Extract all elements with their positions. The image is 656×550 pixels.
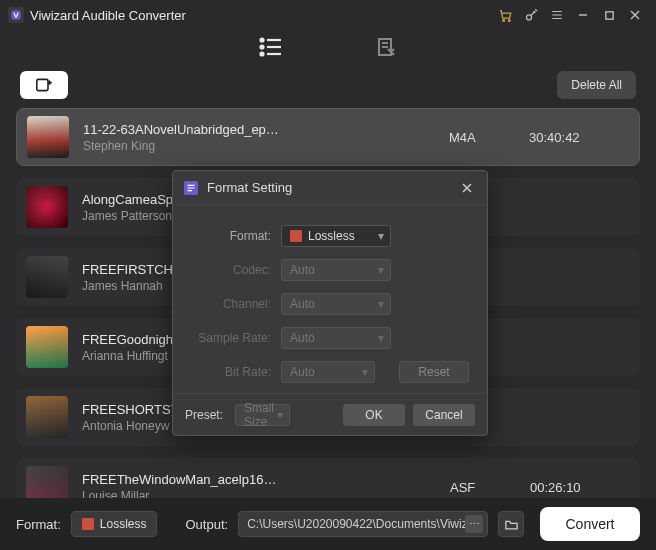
dialog-samplerate-label: Sample Rate: — [191, 331, 281, 345]
add-button[interactable] — [20, 71, 68, 99]
close-icon[interactable] — [622, 2, 648, 28]
menu-icon[interactable] — [544, 2, 570, 28]
svg-point-6 — [261, 45, 264, 48]
chevron-down-icon: ▾ — [378, 297, 384, 311]
dialog-icon — [183, 180, 199, 196]
cover-art — [27, 116, 69, 158]
cover-art — [26, 256, 68, 298]
svg-rect-4 — [605, 11, 612, 18]
list-view-icon[interactable] — [258, 36, 284, 61]
format-label: Format: — [16, 517, 61, 532]
dialog-footer: Preset: Small Size ▾ OK Cancel — [173, 393, 487, 435]
output-label: Output: — [185, 517, 228, 532]
maximize-icon[interactable] — [596, 2, 622, 28]
svg-point-2 — [508, 19, 510, 21]
dialog-close-icon[interactable] — [457, 178, 477, 198]
app-icon — [8, 7, 24, 23]
track-duration: 00:26:10 — [530, 480, 630, 495]
dialog-reset-button[interactable]: Reset — [399, 361, 469, 383]
dialog-cancel-button[interactable]: Cancel — [413, 404, 475, 426]
dialog-codec-label: Codec: — [191, 263, 281, 277]
chevron-down-icon: ▾ — [378, 229, 384, 243]
dialog-titlebar: Format Setting — [173, 171, 487, 205]
chevron-down-icon: ▾ — [378, 331, 384, 345]
dialog-bitrate-select: Auto ▾ — [281, 361, 375, 383]
dialog-samplerate-select: Auto ▾ — [281, 327, 391, 349]
dialog-format-label: Format: — [191, 229, 281, 243]
chevron-down-icon: ▾ — [277, 408, 283, 422]
view-mode-bar — [0, 30, 656, 66]
dialog-title: Format Setting — [207, 180, 292, 195]
cover-art — [26, 396, 68, 438]
svg-rect-9 — [82, 518, 94, 530]
dialog-row-sample-rate: Sample Rate: Auto ▾ — [191, 321, 469, 355]
edit-view-icon[interactable] — [374, 35, 398, 62]
dialog-channel-label: Channel: — [191, 297, 281, 311]
open-folder-button[interactable] — [498, 511, 524, 537]
svg-rect-8 — [37, 79, 48, 90]
track-duration: 30:40:42 — [529, 130, 629, 145]
format-setting-dialog: Format Setting Format: Lossless ▾ Codec:… — [172, 170, 488, 436]
convert-button[interactable]: Convert — [540, 507, 640, 541]
dialog-channel-select: Auto ▾ — [281, 293, 391, 315]
chevron-down-icon: ▾ — [362, 365, 368, 379]
chevron-down-icon: ▾ — [378, 263, 384, 277]
svg-point-1 — [502, 19, 504, 21]
track-format: M4A — [449, 130, 529, 145]
track-format: ASF — [450, 480, 530, 495]
cart-icon[interactable] — [492, 2, 518, 28]
format-color-icon — [290, 230, 302, 242]
dialog-row-format: Format: Lossless ▾ — [191, 219, 469, 253]
track-title: 11-22-63ANovelUnabridged_ep6_l2U... — [83, 122, 283, 137]
app-title: Viwizard Audible Converter — [30, 8, 186, 23]
output-path-field[interactable]: C:\Users\U2020090422\Documents\Viwiza ⋯ — [238, 511, 488, 537]
dialog-row-codec: Codec: Auto ▾ — [191, 253, 469, 287]
dialog-format-select[interactable]: Lossless ▾ — [281, 225, 391, 247]
key-icon[interactable] — [518, 2, 544, 28]
minimize-icon[interactable] — [570, 2, 596, 28]
dialog-bitrate-label: Bit Rate: — [191, 365, 281, 379]
cover-art — [26, 186, 68, 228]
titlebar: Viwizard Audible Converter — [0, 0, 656, 30]
bottom-bar: Format: Lossless Output: C:\Users\U20200… — [0, 498, 656, 550]
svg-point-7 — [261, 52, 264, 55]
format-selector[interactable]: Lossless — [71, 511, 158, 537]
svg-point-3 — [526, 14, 531, 19]
track-author: Stephen King — [83, 139, 449, 153]
dialog-ok-button[interactable]: OK — [343, 404, 405, 426]
svg-point-5 — [261, 38, 264, 41]
track-row[interactable]: 11-22-63ANovelUnabridged_ep6_l2U...Steph… — [16, 108, 640, 166]
cover-art — [26, 326, 68, 368]
output-path-text: C:\Users\U2020090422\Documents\Viwiza — [247, 517, 474, 531]
format-value: Lossless — [100, 517, 147, 531]
delete-all-button[interactable]: Delete All — [557, 71, 636, 99]
dialog-row-bitrate: Bit Rate: Auto ▾ Reset — [191, 355, 469, 389]
dialog-preset-select: Small Size ▾ — [235, 404, 290, 426]
output-path-more-icon[interactable]: ⋯ — [465, 515, 483, 533]
action-row: Delete All — [0, 66, 656, 104]
track-title: FREETheWindowMan_acelp16_Li3rr... — [82, 472, 282, 487]
dialog-preset-label: Preset: — [185, 408, 223, 422]
dialog-row-channel: Channel: Auto ▾ — [191, 287, 469, 321]
format-chip-icon — [82, 518, 94, 530]
dialog-codec-select: Auto ▾ — [281, 259, 391, 281]
track-meta: 11-22-63ANovelUnabridged_ep6_l2U...Steph… — [83, 122, 449, 153]
